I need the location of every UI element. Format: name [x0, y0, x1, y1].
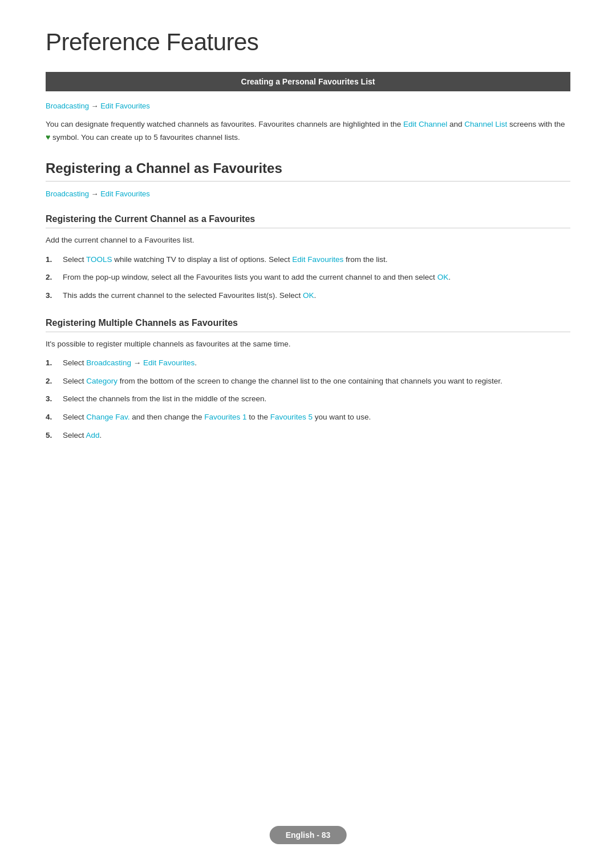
footer-page-number: English - 83: [270, 826, 347, 844]
breadcrumb-edit-favourites-link-1[interactable]: Edit Favourites: [100, 102, 150, 110]
section-banner: Creating a Personal Favourites List: [46, 72, 570, 91]
multiple-channels-steps: 1. Select Broadcasting → Edit Favourites…: [46, 357, 570, 441]
multi-step-4: 4. Select Change Fav. and then change th…: [46, 411, 570, 424]
registering-channel-heading: Registering a Channel as Favourites: [46, 160, 570, 182]
multiple-channels-subheading: Registering Multiple Channels as Favouri…: [46, 318, 570, 332]
breadcrumb-edit-favourites-link-2[interactable]: Edit Favourites: [100, 189, 150, 198]
step-1: 1. Select TOOLS while watching TV to dis…: [46, 253, 570, 266]
multiple-channels-intro: It's possible to register multiple chann…: [46, 338, 570, 350]
channel-list-link[interactable]: Channel List: [464, 120, 507, 128]
favourites-5-link[interactable]: Favourites 5: [270, 413, 313, 421]
breadcrumb-broadcasting-link-2[interactable]: Broadcasting: [46, 189, 89, 198]
ok-link-step2[interactable]: OK: [437, 273, 449, 281]
intro-paragraph: You can designate frequently watched cha…: [46, 118, 570, 143]
broadcasting-link-step1[interactable]: Broadcasting: [86, 358, 131, 367]
edit-favourites-link-multistep1[interactable]: Edit Favourites: [143, 358, 194, 367]
multi-step-3: 3. Select the channels from the list in …: [46, 393, 570, 405]
edit-channel-link[interactable]: Edit Channel: [403, 120, 447, 128]
tools-link[interactable]: TOOLS: [86, 255, 112, 264]
change-fav-link[interactable]: Change Fav.: [86, 413, 129, 421]
add-link[interactable]: Add: [86, 431, 100, 439]
page-title: Preference Features: [46, 29, 570, 56]
category-link[interactable]: Category: [86, 377, 117, 385]
multi-step-1: 1. Select Broadcasting → Edit Favourites…: [46, 357, 570, 369]
current-channel-subheading: Registering the Current Channel as a Fav…: [46, 214, 570, 228]
current-channel-steps: 1. Select TOOLS while watching TV to dis…: [46, 253, 570, 302]
step-2: 2. From the pop-up window, select all th…: [46, 271, 570, 284]
current-channel-intro: Add the current channel to a Favourites …: [46, 234, 570, 247]
ok-link-step3[interactable]: OK: [303, 291, 314, 300]
multi-step-5: 5. Select Add.: [46, 429, 570, 442]
breadcrumb-1: Broadcasting → Edit Favourites: [46, 102, 570, 110]
breadcrumb-2: Broadcasting → Edit Favourites: [46, 189, 570, 198]
favourites-1-link[interactable]: Favourites 1: [204, 413, 246, 421]
breadcrumb-broadcasting-link-1[interactable]: Broadcasting: [46, 102, 89, 110]
step-3: 3. This adds the current channel to the …: [46, 289, 570, 302]
multi-step-2: 2. Select Category from the bottom of th…: [46, 375, 570, 388]
edit-favourites-link-step1[interactable]: Edit Favourites: [292, 255, 343, 264]
